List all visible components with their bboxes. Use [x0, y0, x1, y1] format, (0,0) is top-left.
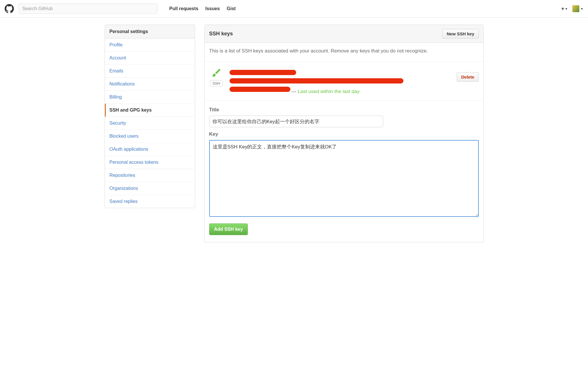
create-new-dropdown[interactable]: + ▼	[561, 6, 568, 12]
main-container: Personal settings Profile Account Emails…	[100, 18, 488, 249]
header-right: + ▼ ▼	[561, 5, 583, 12]
ssh-key-entry: SSH — Last used within the last day Dele…	[205, 61, 483, 100]
sidebar-header: Personal settings	[105, 25, 195, 39]
redacted-key-added-date	[230, 87, 290, 92]
sidebar-item-billing[interactable]: Billing	[105, 91, 195, 104]
top-header: Pull requests Issues Gist + ▼ ▼	[0, 0, 588, 18]
add-key-form: Title Key Add SSH key	[205, 100, 483, 242]
sidebar-item-ssh-gpg-keys[interactable]: SSH and GPG keys	[105, 104, 195, 117]
sidebar-item-account[interactable]: Account	[105, 52, 195, 65]
sidebar-item-profile[interactable]: Profile	[105, 39, 195, 52]
ssh-type-badge: SSH	[210, 80, 223, 86]
redacted-key-title	[230, 70, 296, 75]
add-ssh-key-button[interactable]: Add SSH key	[209, 223, 248, 235]
sidebar: Personal settings Profile Account Emails…	[105, 25, 195, 242]
caret-down-icon: ▼	[565, 7, 568, 10]
title-label: Title	[209, 107, 479, 113]
panel-header: SSH keys New SSH key	[205, 25, 483, 43]
key-icon	[211, 68, 222, 78]
sidebar-box: Personal settings Profile Account Emails…	[105, 25, 195, 208]
sidebar-item-repositories[interactable]: Repositories	[105, 169, 195, 182]
panel-body: This is a list of SSH keys associated wi…	[205, 43, 483, 61]
nav-gist[interactable]: Gist	[227, 6, 236, 11]
ssh-keys-panel: SSH keys New SSH key This is a list of S…	[204, 25, 484, 242]
sidebar-item-oauth-applications[interactable]: OAuth applications	[105, 143, 195, 156]
redacted-key-fingerprint	[230, 78, 403, 83]
delete-key-button[interactable]: Delete	[457, 72, 478, 82]
user-menu-dropdown[interactable]: ▼	[572, 5, 583, 12]
last-used-text: Last used within the last day	[298, 89, 360, 94]
panel-description: This is a list of SSH keys associated wi…	[209, 48, 479, 54]
sidebar-item-blocked-users[interactable]: Blocked users	[105, 130, 195, 143]
main-content: SSH keys New SSH key This is a list of S…	[204, 25, 484, 242]
sidebar-item-notifications[interactable]: Notifications	[105, 78, 195, 91]
sidebar-item-security[interactable]: Security	[105, 117, 195, 130]
header-nav: Pull requests Issues Gist	[169, 6, 236, 11]
sidebar-item-emails[interactable]: Emails	[105, 65, 195, 78]
key-icon-column: SSH	[209, 68, 224, 86]
nav-pull-requests[interactable]: Pull requests	[169, 6, 198, 11]
last-used-separator: —	[291, 89, 298, 94]
key-details: — Last used within the last day	[230, 68, 479, 94]
search-input[interactable]	[19, 3, 158, 14]
panel-title: SSH keys	[209, 31, 233, 37]
key-textarea[interactable]	[209, 140, 479, 217]
title-input[interactable]	[209, 116, 383, 127]
avatar	[572, 5, 579, 12]
nav-issues[interactable]: Issues	[205, 6, 220, 11]
new-ssh-key-button[interactable]: New SSH key	[442, 29, 478, 39]
sidebar-item-saved-replies[interactable]: Saved replies	[105, 195, 195, 208]
sidebar-item-organizations[interactable]: Organizations	[105, 182, 195, 195]
sidebar-item-personal-access-tokens[interactable]: Personal access tokens	[105, 156, 195, 169]
key-label: Key	[209, 131, 479, 137]
github-logo-icon[interactable]	[5, 4, 14, 13]
caret-down-icon: ▼	[580, 7, 583, 10]
plus-icon: +	[561, 6, 565, 12]
